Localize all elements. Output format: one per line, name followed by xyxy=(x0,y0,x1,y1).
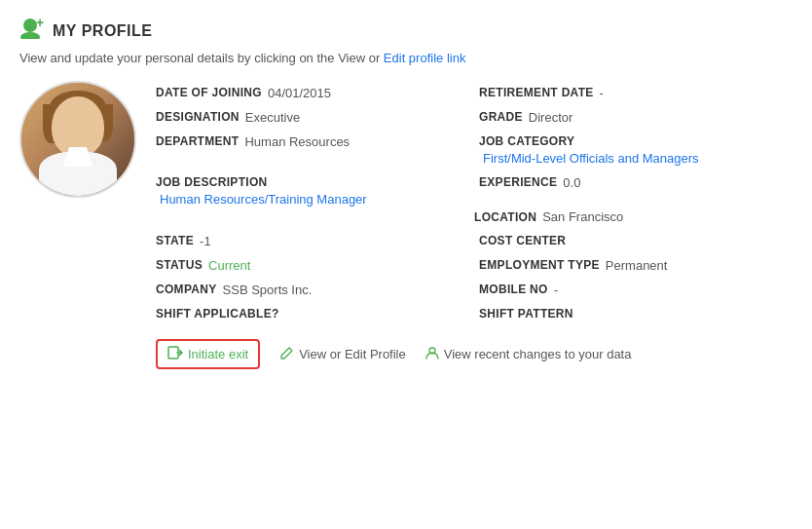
view-changes-link[interactable]: View recent changes to your data xyxy=(425,346,632,362)
view-edit-profile-label: View or Edit Profile xyxy=(299,347,406,361)
state-field: STATE -1 xyxy=(156,229,469,253)
row-designation-grade: DESIGNATION Executive GRADE Director xyxy=(156,105,793,130)
mobile-no-label: MOBILE NO xyxy=(479,283,548,296)
company-label: COMPANY xyxy=(156,283,217,296)
job-category-value: First/Mid-Level Officials and Managers xyxy=(479,151,699,166)
profile-icon: + xyxy=(19,18,45,45)
job-description-label: JOB DESCRIPTION xyxy=(156,175,268,189)
location-field: LOCATION San Francisco xyxy=(474,209,793,224)
state-value: -1 xyxy=(200,234,211,248)
employment-type-field: EMPLOYMENT TYPE Permanent xyxy=(479,253,793,278)
subtitle: View and update your personal details by… xyxy=(19,51,793,65)
experience-label: EXPERIENCE xyxy=(479,175,557,189)
designation-label: DESIGNATION xyxy=(156,110,240,124)
company-field: COMPANY SSB Sports Inc. xyxy=(156,278,469,302)
row-shift: SHIFT APPLICABLE? SHIFT PATTERN xyxy=(156,302,793,325)
page-header: + MY PROFILE xyxy=(19,18,793,45)
initiate-exit-label: Initiate exit xyxy=(188,347,248,361)
row-department-jobcat: DEPARTMENT Human Resources JOB CATEGORY … xyxy=(156,130,793,170)
grade-field: GRADE Director xyxy=(479,105,793,130)
grade-label: GRADE xyxy=(479,110,523,124)
job-description-field: JOB DESCRIPTION Human Resources/Training… xyxy=(156,170,469,211)
department-field: DEPARTMENT Human Resources xyxy=(156,130,469,154)
cost-center-label: COST CENTER xyxy=(479,234,566,247)
page-title: MY PROFILE xyxy=(53,22,153,40)
location-value: San Francisco xyxy=(542,209,623,224)
row-location: LOCATION San Francisco xyxy=(156,209,793,229)
retirement-date-value: - xyxy=(600,86,604,100)
experience-field: EXPERIENCE 0.0 xyxy=(479,170,793,195)
grade-value: Director xyxy=(529,110,573,125)
department-label: DEPARTMENT xyxy=(156,134,239,148)
row-jobdesc-experience: JOB DESCRIPTION Human Resources/Training… xyxy=(156,170,793,211)
profile-details: DATE OF JOINING 04/01/2015 RETIREMENT DA… xyxy=(156,81,793,369)
mobile-no-value: - xyxy=(554,283,558,297)
status-field: STATUS Current xyxy=(156,253,469,278)
status-value: Current xyxy=(208,258,250,273)
row-company-mobile: COMPANY SSB Sports Inc. MOBILE NO - xyxy=(156,278,793,302)
svg-text:+: + xyxy=(36,18,44,30)
date-of-joining-value: 04/01/2015 xyxy=(268,86,331,100)
view-changes-label: View recent changes to your data xyxy=(444,347,632,361)
actions-row: Initiate exit View or Edit Profile xyxy=(156,339,793,369)
cost-center-field: COST CENTER xyxy=(479,229,793,253)
svg-point-0 xyxy=(23,19,37,32)
row-status-employment: STATUS Current EMPLOYMENT TYPE Permanent xyxy=(156,253,793,278)
shift-pattern-field: SHIFT PATTERN xyxy=(479,302,793,325)
exit-icon xyxy=(167,346,183,362)
employment-type-value: Permanent xyxy=(606,258,668,273)
employment-type-label: EMPLOYMENT TYPE xyxy=(479,258,600,272)
status-label: STATUS xyxy=(156,258,203,272)
shift-applicable-field: SHIFT APPLICABLE? xyxy=(156,302,469,325)
location-label: LOCATION xyxy=(474,210,536,224)
row-joining-retirement: DATE OF JOINING 04/01/2015 RETIREMENT DA… xyxy=(156,81,793,105)
shift-pattern-label: SHIFT PATTERN xyxy=(479,307,573,321)
retirement-date-field: RETIREMENT DATE - xyxy=(479,81,793,105)
user-icon xyxy=(425,346,439,362)
experience-value: 0.0 xyxy=(563,175,580,190)
edit-icon xyxy=(279,346,294,363)
date-of-joining-field: DATE OF JOINING 04/01/2015 xyxy=(156,81,469,105)
job-category-field: JOB CATEGORY First/Mid-Level Officials a… xyxy=(479,130,793,170)
svg-point-1 xyxy=(20,32,40,39)
state-label: STATE xyxy=(156,234,194,247)
mobile-no-field: MOBILE NO - xyxy=(479,278,793,302)
job-category-label: JOB CATEGORY xyxy=(479,134,574,148)
initiate-exit-button[interactable]: Initiate exit xyxy=(156,339,260,369)
retirement-date-label: RETIREMENT DATE xyxy=(479,86,594,99)
designation-value: Executive xyxy=(245,110,300,125)
view-edit-profile-link[interactable]: View or Edit Profile xyxy=(279,346,406,363)
date-of-joining-label: DATE OF JOINING xyxy=(156,86,262,99)
edit-profile-link[interactable]: Edit profile link xyxy=(384,51,466,65)
avatar xyxy=(19,81,136,198)
row-state-costcenter: STATE -1 COST CENTER xyxy=(156,229,793,253)
company-value: SSB Sports Inc. xyxy=(223,283,313,297)
designation-field: DESIGNATION Executive xyxy=(156,105,469,130)
department-value: Human Resources xyxy=(244,134,350,149)
job-description-value: Human Resources/Training Manager xyxy=(156,192,367,207)
profile-section: DATE OF JOINING 04/01/2015 RETIREMENT DA… xyxy=(19,81,793,369)
shift-applicable-label: SHIFT APPLICABLE? xyxy=(156,307,279,321)
